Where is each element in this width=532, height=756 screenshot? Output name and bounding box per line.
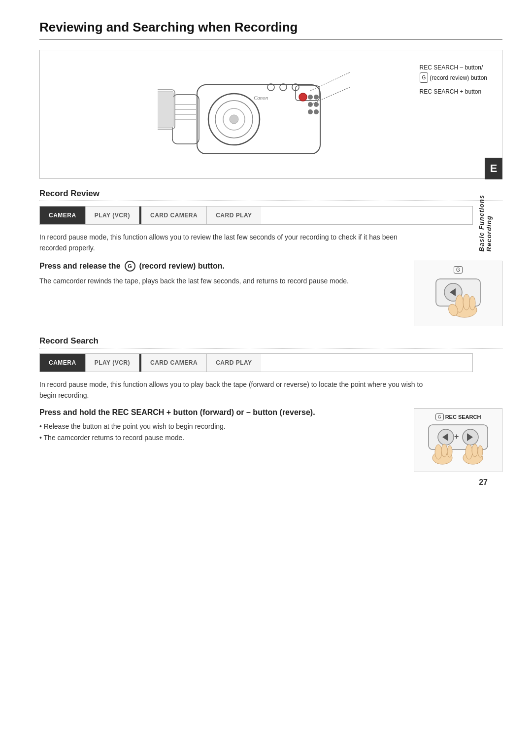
- svg-point-12: [308, 95, 313, 100]
- record-review-icon: G: [125, 261, 135, 272]
- record-search-bullets: Release the button at the point you wish…: [39, 421, 404, 445]
- svg-point-31: [463, 294, 470, 310]
- svg-line-24: [310, 72, 350, 91]
- record-review-illustration: G: [414, 261, 502, 326]
- record-review-sub-body: The camcorder rewinds the tape, plays ba…: [39, 275, 404, 286]
- sidebar-recording-text: Basic Functions Recording: [478, 195, 493, 251]
- record-search-subheading: Press and hold the REC SEARCH + button (…: [39, 408, 404, 417]
- svg-text:Canon: Canon: [254, 95, 268, 101]
- record-review-heading: Record Review: [39, 189, 502, 199]
- mode-btn-cardcamera-2: CARD CAMERA: [141, 354, 207, 372]
- mode-btn-cardcamera-1: CARD CAMERA: [141, 206, 207, 224]
- record-review-body: In record pause mode, this function allo…: [39, 232, 424, 254]
- record-review-subheading: Press and release the G (record review) …: [39, 261, 404, 272]
- svg-point-41: [435, 445, 442, 459]
- mode-btn-playvcrr-1: PLAY (VCR): [86, 206, 139, 224]
- mode-btn-camera-1: CAMERA: [40, 206, 86, 224]
- page-title: Reviewing and Searching when Recording: [39, 20, 502, 40]
- label-rec-search-minus: REC SEARCH – button/ G (record review) b…: [420, 63, 488, 83]
- record-search-body: In record pause mode, this function allo…: [39, 379, 424, 401]
- mode-btn-cardplay-2: CARD PLAY: [207, 354, 261, 372]
- svg-point-4: [230, 115, 238, 124]
- bullet-2: The camcorder returns to record pause mo…: [39, 432, 404, 444]
- svg-rect-8: [158, 91, 173, 128]
- svg-point-18: [299, 93, 307, 101]
- svg-point-13: [314, 95, 319, 100]
- svg-point-32: [469, 296, 475, 310]
- dotted-divider-1: [39, 201, 502, 201]
- sidebar-e-label: E: [485, 158, 502, 179]
- dotted-divider-2: [39, 348, 502, 348]
- svg-text:+: +: [454, 432, 459, 441]
- svg-point-15: [314, 102, 319, 107]
- mode-bar-record-search: CAMERA PLAY (VCR) CARD CAMERA CARD PLAY: [39, 353, 473, 372]
- bullet-1: Release the button at the point you wish…: [39, 421, 404, 433]
- mode-btn-playvcr-2: PLAY (VCR): [86, 354, 139, 372]
- mode-btn-camera-2: CAMERA: [40, 354, 86, 372]
- svg-point-46: [472, 444, 478, 457]
- page-number: 27: [479, 478, 488, 487]
- mode-bar-record-review: CAMERA PLAY (VCR) CARD CAMERA CARD PLAY: [39, 206, 473, 225]
- svg-point-16: [308, 109, 313, 114]
- svg-point-47: [478, 446, 483, 457]
- svg-point-17: [314, 109, 319, 114]
- svg-point-43: [447, 446, 452, 457]
- svg-point-45: [466, 445, 472, 459]
- record-search-heading: Record Search: [39, 336, 502, 346]
- camera-diagram: Canon REC SEARCH – button/ G (record rev…: [39, 50, 502, 179]
- svg-point-42: [441, 444, 447, 457]
- label-rec-search-plus: REC SEARCH + button: [420, 87, 488, 97]
- record-search-illustration: G REC SEARCH +: [414, 408, 502, 472]
- mode-btn-cardplay-1: CARD PLAY: [207, 206, 261, 224]
